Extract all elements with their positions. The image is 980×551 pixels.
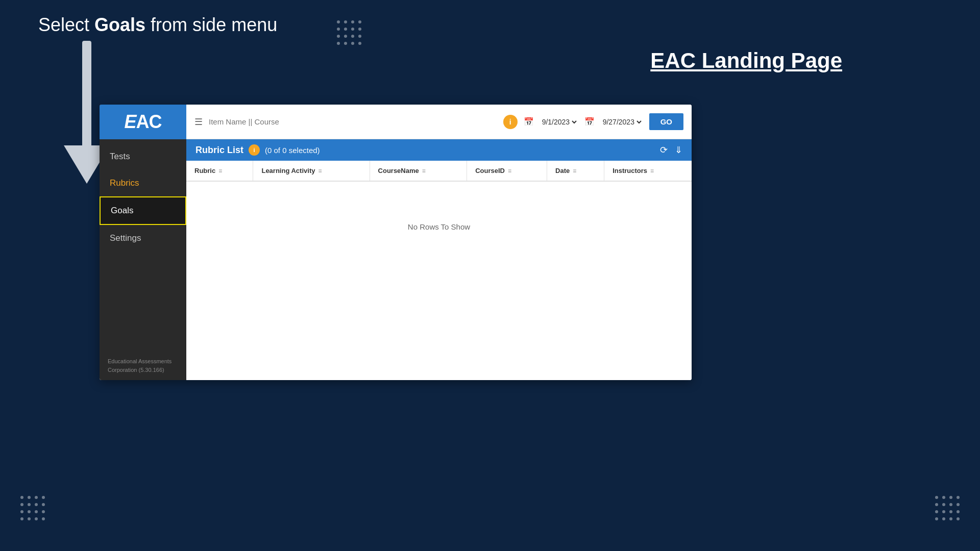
dot-grid-top — [337, 20, 361, 45]
go-button[interactable]: GO — [649, 113, 683, 130]
date-from-select[interactable]: 9/1/2023 — [540, 117, 578, 127]
table-header-row: Rubric ≡ Learning Activity ≡ — [186, 161, 692, 181]
th-rubric: Rubric ≡ — [186, 161, 253, 181]
eac-landing-page-title: EAC Landing Page — [650, 48, 842, 73]
calendar-from-icon: 📅 — [524, 117, 534, 127]
rubric-list-actions: ⟳ ⇓ — [660, 144, 682, 156]
ui-window: EAC Tests Rubrics Goals Settings Educati… — [100, 105, 692, 380]
sidebar-item-settings[interactable]: Settings — [100, 225, 186, 252]
sort-course-id-icon[interactable]: ≡ — [508, 167, 511, 174]
rubric-count: (0 of 0 selected) — [265, 146, 320, 155]
sidebar-item-goals[interactable]: Goals — [100, 196, 186, 225]
sort-instructors-icon[interactable]: ≡ — [650, 167, 654, 174]
main-content: ☰ i 📅 9/1/2023 📅 9/27/2023 GO Rubric Lis… — [186, 105, 692, 380]
th-course-name: CourseName ≡ — [370, 161, 467, 181]
sidebar-item-tests[interactable]: Tests — [100, 143, 186, 170]
calendar-to-icon: 📅 — [584, 117, 595, 127]
filter-icon: ☰ — [194, 116, 203, 128]
no-rows-message: No Rows To Show — [186, 181, 692, 272]
table-wrapper: Rubric ≡ Learning Activity ≡ — [186, 161, 692, 380]
sidebar-footer: Educational AssessmentsCorporation (5.30… — [100, 351, 186, 380]
filter-info-badge: i — [503, 115, 518, 129]
rubric-info-badge: i — [249, 144, 260, 156]
dot-grid-bottom-right — [935, 496, 960, 520]
download-icon[interactable]: ⇓ — [675, 144, 682, 156]
sidebar-nav: Tests Rubrics Goals Settings — [100, 139, 186, 351]
sort-date-icon[interactable]: ≡ — [573, 167, 576, 174]
date-to-select[interactable]: 9/27/2023 — [601, 117, 643, 127]
sort-rubric-icon[interactable]: ≡ — [218, 167, 222, 174]
th-course-id: CourseID ≡ — [467, 161, 547, 181]
data-table: Rubric ≡ Learning Activity ≡ — [186, 161, 692, 272]
th-date: Date ≡ — [547, 161, 604, 181]
th-instructors: Instructors ≡ — [604, 161, 692, 181]
th-learning-activity: Learning Activity ≡ — [253, 161, 370, 181]
history-icon[interactable]: ⟳ — [660, 144, 668, 156]
sort-course-name-icon[interactable]: ≡ — [422, 167, 426, 174]
no-rows-row: No Rows To Show — [186, 181, 692, 272]
annotation-before: Select — [38, 14, 94, 35]
annotation-after: from side menu — [145, 14, 277, 35]
logo-text: EAC — [124, 111, 161, 133]
dot-grid-bottom-left — [20, 496, 45, 520]
filter-input[interactable] — [209, 117, 497, 126]
annotation-text: Select Goals from side menu — [38, 14, 277, 36]
sidebar-logo: EAC — [100, 105, 186, 139]
sidebar: EAC Tests Rubrics Goals Settings Educati… — [100, 105, 186, 380]
sidebar-item-rubrics[interactable]: Rubrics — [100, 170, 186, 196]
arrow-shaft — [82, 41, 91, 148]
rubric-list-header: Rubric List i (0 of 0 selected) ⟳ ⇓ — [186, 139, 692, 161]
rubric-list-title: Rubric List — [195, 145, 243, 156]
sort-learning-activity-icon[interactable]: ≡ — [318, 167, 322, 174]
filter-bar: ☰ i 📅 9/1/2023 📅 9/27/2023 GO — [186, 105, 692, 139]
annotation-bold: Goals — [94, 14, 145, 35]
